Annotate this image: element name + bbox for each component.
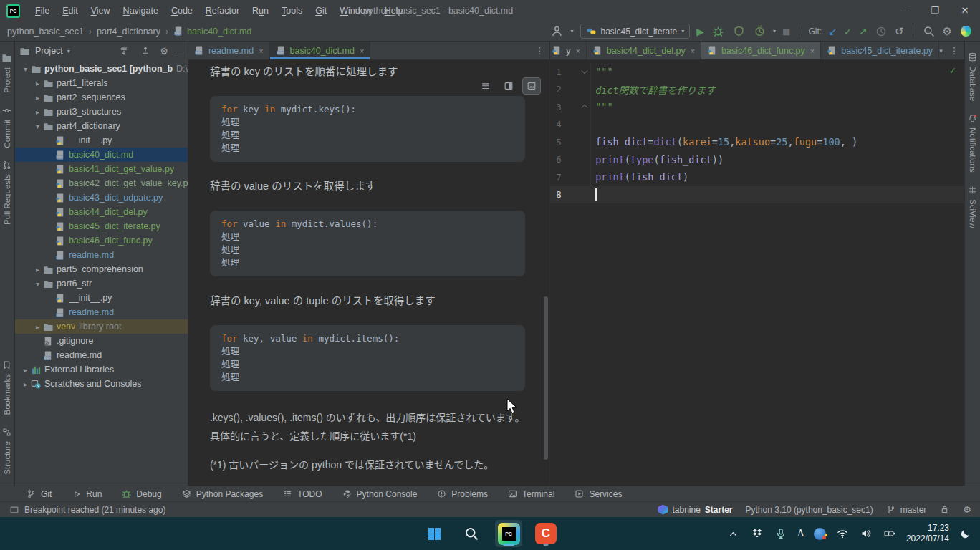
tab-close-icon[interactable]: ×: [360, 47, 364, 55]
menu-item-view[interactable]: View: [85, 0, 117, 21]
tree-chevron-icon[interactable]: ▸: [33, 108, 42, 116]
tree-item[interactable]: ▸part1_literals: [15, 76, 188, 90]
editor-tab-basic46_dict_func-py[interactable]: basic46_dict_func.py×: [701, 42, 821, 59]
tool-window-stripe-structure[interactable]: Structure: [2, 428, 11, 475]
status-window-icon[interactable]: [9, 503, 20, 517]
profiler-dropdown-icon[interactable]: ▾: [773, 28, 776, 34]
run-button[interactable]: ▶: [696, 26, 704, 37]
tool-window-stripe-notifications[interactable]: Notifications: [968, 114, 977, 173]
editor-line[interactable]: 3""": [550, 98, 964, 116]
tree-item[interactable]: ▸part5_comprehension: [15, 262, 188, 276]
user-dropdown-icon[interactable]: ▾: [571, 28, 574, 34]
menu-item-run[interactable]: Run: [246, 0, 275, 21]
git-update-button[interactable]: ↙: [828, 25, 837, 38]
hidden-tabs-chevron-icon[interactable]: ▾: [939, 47, 943, 54]
tool-window-stripe-commit[interactable]: Commit: [2, 106, 11, 148]
tree-item[interactable]: MDreadme.md: [15, 348, 188, 362]
tabnine-status[interactable]: tabnine Starter: [658, 505, 732, 515]
git-push-button[interactable]: ↗: [858, 25, 868, 38]
tree-item[interactable]: ▾part6_str: [15, 276, 188, 291]
tree-item[interactable]: ▸part3_structures: [15, 105, 188, 119]
editor-tab-basic40_dict-md[interactable]: MDbasic40_dict.md×: [270, 42, 371, 59]
tree-item[interactable]: MDreadme.md: [15, 248, 188, 262]
status-message[interactable]: Breakpoint reached (21 minutes ago): [24, 505, 165, 515]
tool-window-stripe-bookmarks[interactable]: Bookmarks: [2, 360, 11, 415]
dropbox-icon[interactable]: [750, 526, 764, 541]
tab-options-kebab-icon[interactable]: ⋮: [950, 45, 959, 56]
tab-close-icon[interactable]: ×: [691, 47, 695, 55]
minimize-button[interactable]: —: [890, 0, 920, 21]
profiler-button[interactable]: [752, 24, 767, 39]
tool-window-button-run[interactable]: Run: [71, 487, 102, 501]
tree-item[interactable]: .gitignore: [15, 334, 188, 348]
editor-line[interactable]: 2dict関数で辞書を作ります: [550, 81, 964, 99]
expand-all-icon[interactable]: [117, 44, 131, 58]
preview-scrollbar[interactable]: [544, 296, 548, 460]
user-icon[interactable]: [550, 24, 565, 39]
tool-window-stripe-database[interactable]: Database: [968, 52, 977, 101]
taskbar-search-button[interactable]: [458, 520, 485, 547]
editor-tab-basic45_dict_iterate-py[interactable]: basic45_dict_iterate.py: [821, 42, 939, 59]
close-button[interactable]: ✕: [950, 0, 980, 21]
menu-item-tools[interactable]: Tools: [275, 0, 309, 21]
start-button[interactable]: [421, 520, 448, 547]
tree-item[interactable]: ▾part4_dictionary: [15, 119, 188, 133]
tree-item[interactable]: basic42_dict_get_value_key.py: [15, 176, 188, 190]
tree-item[interactable]: ▸part2_sequences: [15, 90, 188, 105]
git-commit-button[interactable]: ✓: [844, 26, 852, 37]
ime-indicator[interactable]: A: [797, 528, 804, 539]
view-editor-only-icon[interactable]: [476, 77, 495, 95]
taskbar-camtasia-button[interactable]: C: [532, 520, 559, 547]
tool-window-button-git[interactable]: Git: [26, 487, 52, 501]
breadcrumb-item[interactable]: part4_dictionary: [97, 26, 160, 37]
tool-window-button-python-console[interactable]: Python Console: [342, 487, 418, 501]
tab-options-kebab-icon[interactable]: ⋮: [535, 45, 544, 56]
tree-item[interactable]: ▸External Libraries: [15, 362, 188, 377]
tool-window-stripe-sciview[interactable]: SciView: [968, 185, 977, 228]
volume-icon[interactable]: [859, 526, 873, 541]
night-mode-icon[interactable]: [959, 526, 973, 541]
tree-chevron-icon[interactable]: ▸: [21, 366, 30, 374]
tool-window-button-services[interactable]: Services: [574, 487, 622, 501]
code-editor[interactable]: ✓ 1"""2dict関数で辞書を作ります3"""45fish_dict = d…: [550, 60, 964, 486]
project-dropdown-icon[interactable]: ▾: [67, 48, 70, 54]
editor-line[interactable]: 6print(type(fish_dict)): [550, 151, 964, 169]
history-button[interactable]: [874, 24, 888, 39]
fold-marker-icon[interactable]: [582, 105, 587, 110]
tool-window-button-python-packages[interactable]: Python Packages: [181, 487, 263, 501]
tree-item[interactable]: ▸venvlibrary root: [15, 319, 188, 334]
tree-chevron-icon[interactable]: ▸: [33, 266, 42, 274]
editor-line[interactable]: 4: [550, 116, 964, 134]
lock-icon[interactable]: [939, 503, 950, 517]
rollback-button[interactable]: ↺: [895, 25, 904, 38]
editor-line[interactable]: 7print(fish_dict): [550, 168, 964, 186]
tree-chevron-icon[interactable]: ▸: [33, 323, 42, 331]
tree-chevron-icon[interactable]: ▸: [33, 79, 42, 87]
run-config-select[interactable]: basic45_dict_iterate ▾: [580, 24, 691, 39]
tab-close-icon[interactable]: ×: [810, 47, 815, 55]
tray-chevron-up-icon[interactable]: [726, 526, 741, 541]
search-everywhere-icon[interactable]: [922, 24, 936, 39]
editor-tab-basic44_dict_del-py[interactable]: basic44_dict_del.py×: [587, 42, 701, 59]
breadcrumb-item[interactable]: basic40_dict.md: [187, 26, 251, 37]
tray-app-icon[interactable]: [814, 528, 826, 540]
maximize-button[interactable]: ❐: [920, 0, 950, 21]
taskbar-clock[interactable]: 17:23 2022/07/14: [906, 523, 949, 544]
collapse-all-icon[interactable]: [138, 44, 153, 58]
breadcrumb-item[interactable]: python_basic_sec1: [7, 26, 84, 37]
tree-item[interactable]: __init__.py: [15, 291, 188, 305]
settings-gear-icon[interactable]: ⚙: [943, 25, 952, 38]
tool-window-button-debug[interactable]: Debug: [121, 487, 161, 501]
tree-item[interactable]: ▸Scratches and Consoles: [15, 377, 188, 391]
editor-line[interactable]: 8: [550, 186, 964, 204]
tree-item[interactable]: basic41_dict_get_value.py: [15, 162, 188, 176]
menu-item-edit[interactable]: Edit: [56, 0, 85, 21]
debug-button[interactable]: [711, 24, 725, 39]
tab-close-icon[interactable]: ×: [259, 47, 263, 55]
interpreter-selector[interactable]: Python 3.10 (python_basic_sec1): [746, 505, 873, 515]
battery-icon[interactable]: [883, 526, 897, 541]
tree-chevron-icon[interactable]: ▾: [21, 65, 30, 73]
taskbar-pycharm-button[interactable]: PC: [495, 520, 522, 547]
markdown-preview[interactable]: 辞書の key のリストを順番に処理しますfor key in mydict.k…: [188, 60, 549, 486]
project-panel-title[interactable]: Project: [35, 46, 63, 56]
